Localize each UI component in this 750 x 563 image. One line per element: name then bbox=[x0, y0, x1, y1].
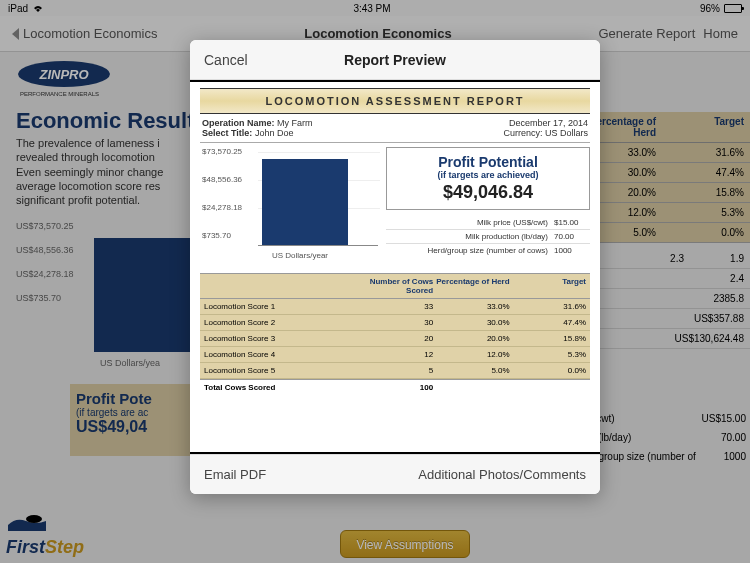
additional-photos-button[interactable]: Additional Photos/Comments bbox=[418, 467, 586, 482]
profit-value: $49,046.84 bbox=[393, 182, 583, 203]
profit-potential-box: Profit Potential (if targets are achieve… bbox=[386, 147, 590, 210]
report-preview-modal: Cancel Report Preview LOCOMOTION ASSESSM… bbox=[190, 40, 600, 494]
table-row: Locomotion Score 32020.0%15.8% bbox=[200, 331, 590, 347]
table-row: Locomotion Score 13333.0%31.6% bbox=[200, 299, 590, 315]
report-body[interactable]: LOCOMOTION ASSESSMENT REPORT Operation N… bbox=[190, 80, 600, 454]
report-chart-bar bbox=[262, 159, 348, 245]
table-row: Locomotion Score 555.0%0.0% bbox=[200, 363, 590, 379]
email-pdf-button[interactable]: Email PDF bbox=[204, 467, 266, 482]
report-title: LOCOMOTION ASSESSMENT REPORT bbox=[200, 88, 590, 114]
modal-footer: Email PDF Additional Photos/Comments bbox=[190, 454, 600, 494]
table-total-row: Total Cows Scored100 bbox=[200, 379, 590, 395]
report-meta: Operation Name: My Farm Select Title: Jo… bbox=[200, 114, 590, 143]
report-chart-yaxis: $73,570.25 $48,556.36 $24,278.18 $735.70 bbox=[202, 147, 242, 259]
report-metrics: Milk price (US$/cwt)$15.00 Milk producti… bbox=[386, 216, 590, 257]
modal-title: Report Preview bbox=[344, 52, 446, 68]
cancel-button[interactable]: Cancel bbox=[204, 52, 248, 68]
table-row: Locomotion Score 23030.0%47.4% bbox=[200, 315, 590, 331]
modal-header: Cancel Report Preview bbox=[190, 40, 600, 80]
report-chart: $73,570.25 $48,556.36 $24,278.18 $735.70… bbox=[200, 147, 380, 267]
table-row: Locomotion Score 41212.0%5.3% bbox=[200, 347, 590, 363]
report-chart-xlabel: US Dollars/year bbox=[272, 251, 328, 260]
report-score-table: Number of Cows Scored Percentage of Herd… bbox=[200, 273, 590, 395]
